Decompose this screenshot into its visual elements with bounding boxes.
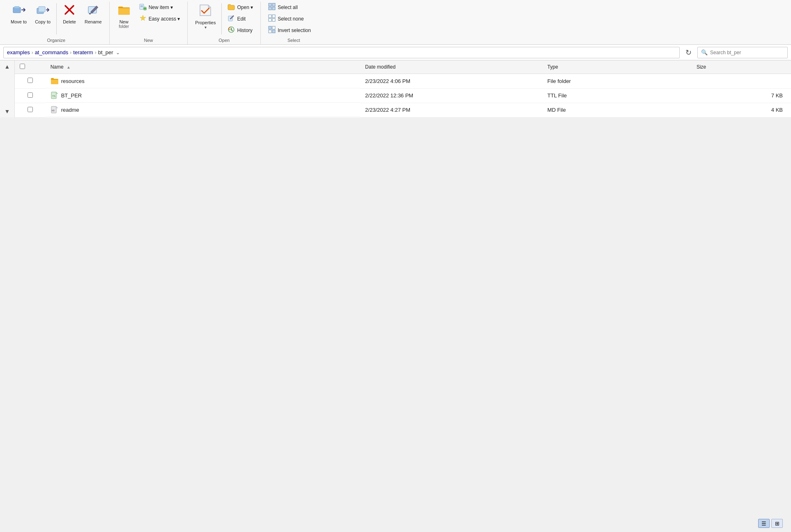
select-all-label: Select all xyxy=(278,5,298,10)
new-item-label: New item ▾ xyxy=(149,5,173,10)
easy-access-button[interactable]: Easy access ▾ xyxy=(136,13,184,25)
delete-icon xyxy=(63,3,76,18)
svg-rect-18 xyxy=(272,3,275,6)
header-checkbox[interactable] xyxy=(20,64,25,69)
breadcrumb-sep-3: › xyxy=(95,50,97,55)
svg-rect-21 xyxy=(269,15,271,18)
file-name-cell[interactable]: resources xyxy=(46,74,360,88)
history-label: History xyxy=(237,28,252,33)
new-item-easy-col: New item ▾ Easy access ▾ xyxy=(136,2,184,25)
row-checkbox[interactable] xyxy=(28,92,33,98)
select-buttons: Select all Select none xyxy=(265,2,322,36)
breadcrumb-item-teraterm[interactable]: teraterm xyxy=(73,49,93,55)
svg-rect-17 xyxy=(269,3,271,6)
file-name-cell[interactable]: MDreadme xyxy=(46,103,360,117)
search-input[interactable] xyxy=(710,50,784,55)
rename-button[interactable]: Rename xyxy=(81,2,105,26)
file-type-cell: TTL File xyxy=(543,88,692,103)
invert-selection-label: Invert selection xyxy=(278,28,311,33)
ribbon-groups: Move to Copy to xyxy=(0,2,791,44)
new-item-icon xyxy=(139,3,147,12)
file-type-cell: File folder xyxy=(543,74,692,89)
scroll-up-button[interactable]: ▲ xyxy=(2,62,13,71)
table-row[interactable]: TTLBT_PER2/22/2022 12:36 PMTTL File7 KB xyxy=(15,88,791,103)
col-header-type[interactable]: Type xyxy=(543,60,692,74)
file-list: resources2/23/2022 4:06 PMFile folderTTL… xyxy=(15,74,791,117)
open-button[interactable]: Open ▾ xyxy=(224,2,256,13)
col-header-size[interactable]: Size xyxy=(692,60,791,74)
details-view-button[interactable]: ☰ xyxy=(758,519,770,528)
svg-rect-23 xyxy=(269,18,271,21)
table-row[interactable]: resources2/23/2022 4:06 PMFile folder xyxy=(15,74,791,89)
breadcrumb[interactable]: examples › at_commands › teraterm › bt_p… xyxy=(3,47,680,58)
new-buttons: New folder xyxy=(114,2,184,36)
new-folder-button[interactable]: New folder xyxy=(114,2,134,30)
name-sort-icon: ▲ xyxy=(67,65,71,69)
main-area: ▲ ▼ Name ▲ Date modified Type Size xyxy=(0,60,791,117)
tiles-view-button[interactable]: ⊞ xyxy=(771,519,783,528)
select-none-button[interactable]: Select none xyxy=(265,13,322,25)
new-folder-sublabel: folder xyxy=(119,24,129,29)
history-icon xyxy=(228,26,235,35)
move-to-label: Move to xyxy=(11,19,27,24)
content-area: Name ▲ Date modified Type Size resources… xyxy=(15,60,791,117)
properties-icon xyxy=(198,3,212,19)
move-to-button[interactable]: Move to xyxy=(7,2,30,26)
file-name: readme xyxy=(61,107,79,113)
ribbon-group-new: New folder xyxy=(110,2,188,44)
svg-text:MD: MD xyxy=(52,110,55,112)
edit-button[interactable]: Edit xyxy=(224,13,256,25)
svg-rect-3 xyxy=(39,7,45,12)
file-name: resources xyxy=(61,78,85,84)
open-icon xyxy=(228,3,235,12)
address-bar: examples › at_commands › teraterm › bt_p… xyxy=(0,45,791,60)
rename-icon xyxy=(87,3,100,18)
search-box[interactable]: 🔍 xyxy=(697,47,788,58)
svg-rect-20 xyxy=(272,7,275,10)
file-size-cell: 4 KB xyxy=(692,103,791,117)
organize-buttons: Move to Copy to xyxy=(7,2,105,36)
breadcrumb-dropdown[interactable]: ⌄ xyxy=(116,50,120,55)
svg-rect-19 xyxy=(269,7,271,10)
file-size-cell: 7 KB xyxy=(692,88,791,103)
rename-label: Rename xyxy=(85,19,102,24)
svg-rect-28 xyxy=(272,30,275,33)
move-to-icon xyxy=(12,3,25,18)
new-item-button[interactable]: New item ▾ xyxy=(136,2,184,13)
table-row[interactable]: MDreadme2/23/2022 4:27 PMMD File4 KB xyxy=(15,103,791,117)
sep2 xyxy=(221,3,222,35)
search-icon: 🔍 xyxy=(701,49,708,55)
new-folder-label: New xyxy=(120,19,129,24)
row-checkbox[interactable] xyxy=(28,107,33,112)
invert-selection-button[interactable]: Invert selection xyxy=(265,25,322,36)
copy-to-button[interactable]: Copy to xyxy=(32,2,54,26)
open-buttons: Properties ▾ Open ▾ xyxy=(192,2,256,36)
delete-button[interactable]: Delete xyxy=(59,2,80,26)
file-date-cell: 2/23/2022 4:06 PM xyxy=(360,74,543,89)
svg-rect-24 xyxy=(272,18,275,21)
breadcrumb-sep-1: › xyxy=(32,50,33,55)
select-all-icon xyxy=(268,3,276,12)
refresh-button[interactable]: ↻ xyxy=(683,47,694,58)
properties-button[interactable]: Properties ▾ xyxy=(192,2,219,31)
file-name-cell[interactable]: TTLBT_PER xyxy=(46,88,360,103)
invert-selection-icon xyxy=(268,26,276,35)
col-header-name[interactable]: Name ▲ xyxy=(46,60,360,74)
file-name: BT_PER xyxy=(61,92,82,99)
breadcrumb-item-atcommands[interactable]: at_commands xyxy=(35,49,69,55)
history-button[interactable]: History xyxy=(224,25,256,36)
copy-to-icon xyxy=(36,3,49,18)
easy-access-label: Easy access ▾ xyxy=(149,16,180,22)
col-header-date[interactable]: Date modified xyxy=(360,60,543,74)
row-checkbox[interactable] xyxy=(28,78,33,83)
select-all-button[interactable]: Select all xyxy=(265,2,322,13)
scroll-down-button[interactable]: ▼ xyxy=(2,107,13,116)
ribbon-group-select: Select all Select none xyxy=(261,2,327,44)
breadcrumb-item-examples[interactable]: examples xyxy=(7,49,30,55)
select-none-label: Select none xyxy=(278,16,304,22)
select-all-checkbox-header[interactable] xyxy=(15,60,46,74)
svg-rect-26 xyxy=(272,26,275,29)
easy-access-icon xyxy=(139,14,147,23)
breadcrumb-sep-2: › xyxy=(70,50,71,55)
svg-rect-27 xyxy=(269,30,271,33)
